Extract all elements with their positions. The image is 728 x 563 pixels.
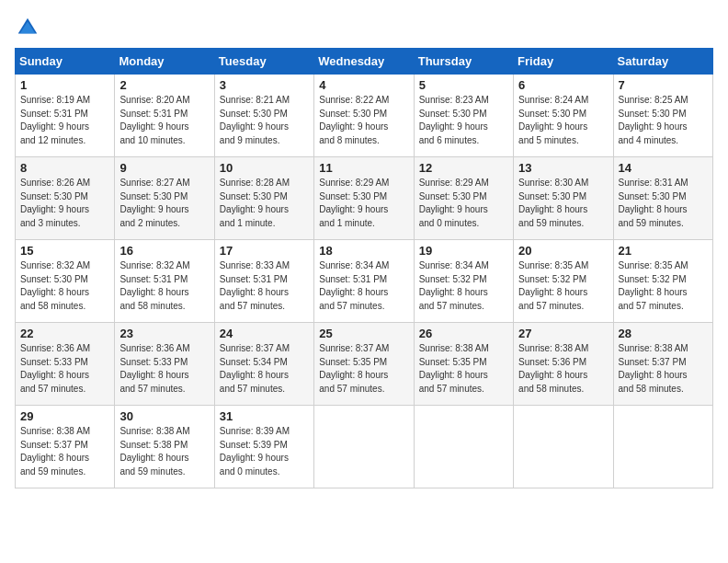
- day-content: Sunrise: 8:28 AMSunset: 5:30 PMDaylight:…: [220, 177, 309, 230]
- day-number: 19: [419, 244, 508, 258]
- day-cell: 28Sunrise: 8:38 AMSunset: 5:37 PMDayligh…: [613, 323, 712, 406]
- week-row-3: 15Sunrise: 8:32 AMSunset: 5:30 PMDayligh…: [16, 240, 713, 323]
- day-content: Sunrise: 8:29 AMSunset: 5:30 PMDaylight:…: [319, 177, 408, 230]
- day-cell: 15Sunrise: 8:32 AMSunset: 5:30 PMDayligh…: [16, 240, 115, 323]
- day-number: 12: [419, 161, 508, 175]
- day-cell: 29Sunrise: 8:38 AMSunset: 5:37 PMDayligh…: [16, 406, 115, 488]
- day-cell: 25Sunrise: 8:37 AMSunset: 5:35 PMDayligh…: [314, 323, 414, 406]
- col-saturday: Saturday: [613, 49, 712, 75]
- day-content: Sunrise: 8:26 AMSunset: 5:30 PMDaylight:…: [20, 177, 109, 230]
- day-number: 5: [419, 78, 508, 92]
- day-number: 9: [119, 161, 209, 175]
- day-content: Sunrise: 8:34 AMSunset: 5:32 PMDaylight:…: [419, 259, 508, 313]
- day-cell: 7Sunrise: 8:25 AMSunset: 5:30 PMDaylight…: [613, 75, 712, 157]
- week-row-1: 1Sunrise: 8:19 AMSunset: 5:31 PMDaylight…: [16, 75, 713, 157]
- day-number: 2: [119, 78, 209, 92]
- day-number: 15: [20, 244, 109, 258]
- day-content: Sunrise: 8:30 AMSunset: 5:30 PMDaylight:…: [518, 177, 608, 230]
- day-cell: [414, 406, 513, 488]
- day-cell: 3Sunrise: 8:21 AMSunset: 5:30 PMDaylight…: [214, 75, 313, 157]
- day-cell: [314, 406, 414, 488]
- day-content: Sunrise: 8:38 AMSunset: 5:37 PMDaylight:…: [619, 342, 708, 396]
- col-tuesday: Tuesday: [214, 49, 313, 75]
- day-number: 17: [220, 244, 309, 258]
- week-row-4: 22Sunrise: 8:36 AMSunset: 5:33 PMDayligh…: [16, 323, 713, 406]
- day-number: 8: [20, 161, 109, 175]
- day-content: Sunrise: 8:34 AMSunset: 5:31 PMDaylight:…: [319, 259, 408, 313]
- day-number: 21: [619, 244, 708, 258]
- day-content: Sunrise: 8:22 AMSunset: 5:30 PMDaylight:…: [319, 94, 408, 147]
- day-content: Sunrise: 8:25 AMSunset: 5:30 PMDaylight:…: [619, 94, 708, 147]
- day-number: 25: [319, 327, 408, 340]
- day-number: 3: [220, 78, 309, 92]
- day-cell: 9Sunrise: 8:27 AMSunset: 5:30 PMDaylight…: [115, 157, 214, 240]
- day-content: Sunrise: 8:31 AMSunset: 5:30 PMDaylight:…: [619, 177, 708, 230]
- col-monday: Monday: [115, 49, 214, 75]
- day-cell: 18Sunrise: 8:34 AMSunset: 5:31 PMDayligh…: [314, 240, 414, 323]
- day-number: 23: [119, 327, 209, 340]
- day-cell: 19Sunrise: 8:34 AMSunset: 5:32 PMDayligh…: [414, 240, 513, 323]
- day-content: Sunrise: 8:32 AMSunset: 5:31 PMDaylight:…: [119, 259, 209, 313]
- day-number: 14: [619, 161, 708, 175]
- day-cell: 6Sunrise: 8:24 AMSunset: 5:30 PMDaylight…: [514, 75, 613, 157]
- col-wednesday: Wednesday: [314, 49, 414, 75]
- day-content: Sunrise: 8:36 AMSunset: 5:33 PMDaylight:…: [119, 342, 209, 396]
- day-number: 30: [119, 409, 209, 423]
- day-content: Sunrise: 8:27 AMSunset: 5:30 PMDaylight:…: [119, 177, 209, 230]
- day-cell: 14Sunrise: 8:31 AMSunset: 5:30 PMDayligh…: [613, 157, 712, 240]
- header-row: SundayMondayTuesdayWednesdayThursdayFrid…: [16, 49, 713, 75]
- day-cell: 17Sunrise: 8:33 AMSunset: 5:31 PMDayligh…: [214, 240, 313, 323]
- day-cell: 27Sunrise: 8:38 AMSunset: 5:36 PMDayligh…: [514, 323, 613, 406]
- day-cell: 21Sunrise: 8:35 AMSunset: 5:32 PMDayligh…: [613, 240, 712, 323]
- day-cell: 26Sunrise: 8:38 AMSunset: 5:35 PMDayligh…: [414, 323, 513, 406]
- day-cell: [514, 406, 613, 488]
- day-number: 27: [518, 327, 608, 340]
- day-cell: 4Sunrise: 8:22 AMSunset: 5:30 PMDaylight…: [314, 75, 414, 157]
- day-cell: 20Sunrise: 8:35 AMSunset: 5:32 PMDayligh…: [514, 240, 613, 323]
- day-number: 4: [319, 78, 408, 92]
- day-number: 22: [20, 327, 109, 340]
- day-number: 1: [20, 78, 109, 92]
- day-cell: [613, 406, 712, 488]
- day-content: Sunrise: 8:33 AMSunset: 5:31 PMDaylight:…: [220, 259, 309, 313]
- day-content: Sunrise: 8:38 AMSunset: 5:36 PMDaylight:…: [518, 342, 608, 396]
- day-number: 31: [220, 409, 309, 423]
- day-cell: 12Sunrise: 8:29 AMSunset: 5:30 PMDayligh…: [414, 157, 513, 240]
- day-cell: 8Sunrise: 8:26 AMSunset: 5:30 PMDaylight…: [16, 157, 115, 240]
- day-number: 20: [518, 244, 608, 258]
- day-cell: 31Sunrise: 8:39 AMSunset: 5:39 PMDayligh…: [214, 406, 313, 488]
- day-cell: 22Sunrise: 8:36 AMSunset: 5:33 PMDayligh…: [16, 323, 115, 406]
- day-content: Sunrise: 8:38 AMSunset: 5:35 PMDaylight:…: [419, 342, 508, 396]
- day-cell: 16Sunrise: 8:32 AMSunset: 5:31 PMDayligh…: [115, 240, 214, 323]
- col-friday: Friday: [514, 49, 613, 75]
- day-content: Sunrise: 8:21 AMSunset: 5:30 PMDaylight:…: [220, 94, 309, 147]
- day-cell: 24Sunrise: 8:37 AMSunset: 5:34 PMDayligh…: [214, 323, 313, 406]
- day-content: Sunrise: 8:36 AMSunset: 5:33 PMDaylight:…: [20, 342, 109, 396]
- col-sunday: Sunday: [16, 49, 115, 75]
- day-cell: 11Sunrise: 8:29 AMSunset: 5:30 PMDayligh…: [314, 157, 414, 240]
- day-number: 16: [119, 244, 209, 258]
- day-content: Sunrise: 8:29 AMSunset: 5:30 PMDaylight:…: [419, 177, 508, 230]
- week-row-5: 29Sunrise: 8:38 AMSunset: 5:37 PMDayligh…: [16, 406, 713, 488]
- day-number: 24: [220, 327, 309, 340]
- day-number: 7: [619, 78, 708, 92]
- header: [15, 15, 713, 40]
- day-content: Sunrise: 8:37 AMSunset: 5:35 PMDaylight:…: [319, 342, 408, 396]
- day-content: Sunrise: 8:35 AMSunset: 5:32 PMDaylight:…: [619, 259, 708, 313]
- day-content: Sunrise: 8:38 AMSunset: 5:37 PMDaylight:…: [20, 425, 109, 478]
- day-content: Sunrise: 8:32 AMSunset: 5:30 PMDaylight:…: [20, 259, 109, 313]
- day-number: 10: [220, 161, 309, 175]
- day-number: 26: [419, 327, 508, 340]
- day-content: Sunrise: 8:35 AMSunset: 5:32 PMDaylight:…: [518, 259, 608, 313]
- day-cell: 23Sunrise: 8:36 AMSunset: 5:33 PMDayligh…: [115, 323, 214, 406]
- day-cell: 10Sunrise: 8:28 AMSunset: 5:30 PMDayligh…: [214, 157, 313, 240]
- day-cell: 5Sunrise: 8:23 AMSunset: 5:30 PMDaylight…: [414, 75, 513, 157]
- day-content: Sunrise: 8:37 AMSunset: 5:34 PMDaylight:…: [220, 342, 309, 396]
- day-content: Sunrise: 8:39 AMSunset: 5:39 PMDaylight:…: [220, 425, 309, 478]
- day-cell: 30Sunrise: 8:38 AMSunset: 5:38 PMDayligh…: [115, 406, 214, 488]
- logo: [15, 15, 44, 40]
- day-number: 29: [20, 409, 109, 423]
- day-number: 18: [319, 244, 408, 258]
- day-content: Sunrise: 8:20 AMSunset: 5:31 PMDaylight:…: [119, 94, 209, 147]
- week-row-2: 8Sunrise: 8:26 AMSunset: 5:30 PMDaylight…: [16, 157, 713, 240]
